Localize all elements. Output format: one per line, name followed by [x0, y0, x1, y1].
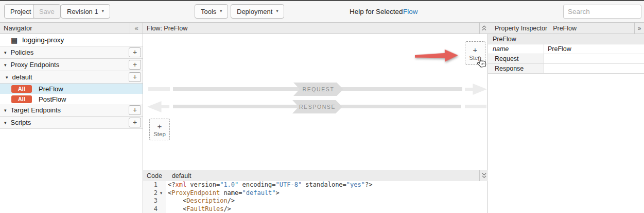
request-banner: REQUEST [293, 83, 343, 96]
flow-item-label: PreFlow [39, 85, 63, 93]
inspector-row-response[interactable]: Response [488, 64, 644, 74]
toolbar: Project ▾ Save Revision 1 ▾ Tools ▾ Depl… [0, 1, 644, 23]
deployment-menu-label: Deployment [237, 8, 272, 15]
help-for-selected-label: Help for Selected [350, 8, 403, 15]
caret-down-icon: ▾ [4, 120, 7, 125]
collapse-down-icon[interactable] [479, 170, 488, 181]
add-policy-button[interactable]: + [129, 47, 141, 57]
flow-panel-header: Flow: PreFlow [143, 23, 488, 34]
code-panel-subtitle: default [172, 172, 192, 179]
section-label: Policies [11, 48, 34, 56]
tools-menu-button[interactable]: Tools ▾ [195, 4, 228, 19]
response-arrowhead-icon [147, 101, 169, 112]
save-button-label: Save [39, 8, 55, 15]
proxy-name-label: logging-proxy [22, 36, 64, 44]
caret-down-icon: ▾ [4, 50, 7, 55]
sidebar-section-proxy-endpoints[interactable]: ▾ Proxy Endpoints + [0, 59, 143, 71]
sidebar-section-default-endpoint[interactable]: ▾ default + [0, 71, 143, 84]
revision-menu-label: Revision 1 [67, 8, 98, 15]
sidebar-section-target-endpoints[interactable]: ▾ Target Endpoints + [0, 104, 143, 117]
code-panel-header: Code default [143, 170, 488, 182]
apigee-proxy-editor: Project ▾ Save Revision 1 ▾ Tools ▾ Depl… [0, 0, 644, 213]
inspector-row-request[interactable]: Request [488, 54, 644, 64]
response-banner: RESPONSE [292, 100, 342, 113]
request-line-start-segment [148, 87, 170, 91]
all-verbs-badge: All [11, 85, 32, 93]
caret-down-icon: ▾ [6, 75, 8, 80]
plus-icon: + [158, 122, 162, 130]
navigator-title: Navigator [4, 24, 32, 32]
flow-panel-title: Flow: PreFlow [147, 25, 187, 32]
caret-down-icon: ▾ [4, 108, 7, 113]
section-label: Scripts [11, 119, 31, 126]
property-request-label: Request [488, 54, 544, 63]
code-lines: 1<?xml version="1.0" encoding="UTF-8" st… [143, 181, 488, 213]
request-arrowhead-icon [465, 84, 487, 95]
add-script-button[interactable]: + [129, 118, 141, 127]
inspector-row-name: name PreFlow [488, 44, 644, 54]
sidebar-item-proxy[interactable]: ▤ logging-proxy [0, 34, 143, 46]
sidebar-section-policies[interactable]: ▾ Policies + [0, 46, 143, 59]
request-banner-label: REQUEST [303, 86, 335, 92]
code-editor[interactable]: 1<?xml version="1.0" encoding="UTF-8" st… [143, 181, 488, 213]
response-banner-label: RESPONSE [299, 104, 336, 110]
section-label: Target Endpoints [11, 106, 61, 114]
help-flow-link[interactable]: Flow [403, 8, 418, 15]
chevron-down-icon: ▾ [220, 9, 222, 13]
tools-menu-label: Tools [201, 8, 216, 15]
inspector-section-header: PreFlow [488, 34, 644, 44]
chevron-down-icon: ▾ [276, 9, 278, 13]
plus-icon: + [473, 45, 478, 54]
section-label: default [12, 73, 32, 81]
add-proxy-endpoint-button[interactable]: + [129, 60, 141, 70]
property-response-value[interactable] [544, 64, 644, 73]
inspector-section-label: PreFlow [493, 36, 516, 43]
sidebar-section-scripts[interactable]: ▾ Scripts + [0, 117, 143, 129]
collapse-up-icon[interactable] [479, 23, 488, 34]
sidebar-item-postflow[interactable]: All PostFlow [0, 94, 143, 104]
flow-editor-panel: Flow: PreFlow REQUEST RESPONSE + S [143, 23, 488, 213]
save-button[interactable]: Save [33, 4, 61, 19]
proxy-list-icon: ▤ [11, 37, 18, 44]
collapse-panel-icon[interactable]: « [130, 23, 143, 34]
property-name-label: name [488, 44, 544, 54]
caret-down-icon: ▾ [4, 62, 7, 68]
add-step-button-response[interactable]: + Step [149, 119, 170, 140]
navigator-header: Navigator « [0, 23, 143, 34]
property-inspector-subtitle: PreFlow [553, 25, 577, 32]
flow-item-label: PostFlow [39, 95, 66, 103]
step-button-label: Step [153, 130, 166, 138]
expand-panel-icon[interactable]: » [634, 23, 644, 34]
property-inspector-panel: Property Inspector PreFlow » PreFlow nam… [488, 23, 644, 213]
add-target-endpoint-button[interactable]: + [129, 105, 141, 115]
sidebar-item-preflow[interactable]: All PreFlow [0, 84, 143, 94]
search-input[interactable] [563, 5, 641, 19]
deployment-menu-button[interactable]: Deployment ▾ [231, 4, 284, 19]
annotation-red-arrow [415, 48, 460, 64]
property-request-value[interactable] [544, 54, 644, 63]
response-line-end-segment [465, 105, 486, 108]
section-label: Proxy Endpoints [11, 61, 60, 69]
hand-cursor-icon [475, 55, 488, 70]
flow-canvas[interactable]: REQUEST RESPONSE + Step + Step [143, 34, 488, 170]
code-panel-title: Code [147, 172, 162, 179]
navigator-panel: Navigator « ▤ logging-proxy ▾ Policies +… [0, 23, 143, 213]
project-menu-label: Project [10, 8, 31, 15]
revision-menu-button[interactable]: Revision 1 ▾ [61, 4, 110, 19]
property-inspector-header: Property Inspector PreFlow » [488, 23, 644, 34]
add-flow-button[interactable]: + [129, 72, 141, 82]
property-inspector-title: Property Inspector [495, 25, 547, 32]
chevron-down-icon: ▾ [102, 9, 104, 13]
property-name-value[interactable]: PreFlow [544, 44, 644, 54]
all-verbs-badge: All [11, 95, 32, 103]
property-response-label: Response [488, 64, 544, 73]
